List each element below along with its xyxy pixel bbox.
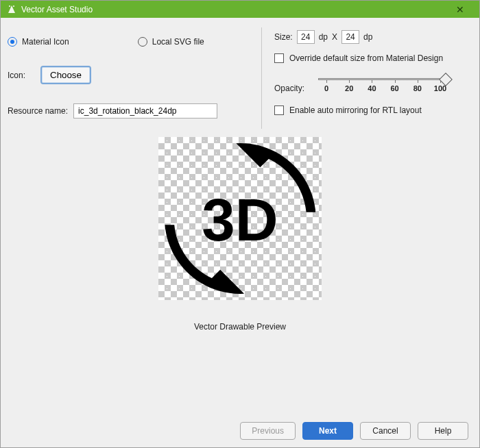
next-button[interactable]: Next bbox=[302, 422, 353, 440]
size-sep: X bbox=[332, 32, 337, 42]
preview-canvas: 3D bbox=[158, 137, 322, 300]
cancel-button[interactable]: Cancel bbox=[360, 422, 411, 440]
local-svg-radio[interactable]: Local SVG file bbox=[138, 37, 204, 47]
tick-0: 0 bbox=[318, 84, 335, 92]
material-icon-radio[interactable]: Material Icon bbox=[8, 37, 69, 47]
size-height-input[interactable]: 24 bbox=[341, 30, 359, 44]
tick-80: 80 bbox=[409, 84, 426, 92]
material-icon-radio-label: Material Icon bbox=[22, 37, 69, 47]
3d-rotation-icon: 3D bbox=[165, 143, 315, 294]
previous-button: Previous bbox=[240, 422, 296, 440]
radio-dot-icon bbox=[8, 37, 17, 47]
size-row: Size: 24 dp X 24 dp bbox=[274, 30, 472, 44]
rtl-mirror-label: Enable auto mirroring for RTL layout bbox=[289, 105, 422, 115]
svg-text:3D: 3D bbox=[202, 186, 278, 253]
size-label: Size: bbox=[274, 32, 293, 42]
resource-name-label: Resource name: bbox=[8, 106, 68, 116]
size-unit-dp2: dp bbox=[363, 32, 372, 42]
override-size-label: Override default size from Material Desi… bbox=[289, 53, 443, 63]
slider-track bbox=[318, 78, 448, 80]
tick-20: 20 bbox=[341, 84, 357, 92]
override-size-checkbox[interactable] bbox=[274, 53, 284, 63]
radio-dot-icon bbox=[138, 37, 147, 47]
titlebar: Vector Asset Studio ✕ bbox=[1, 1, 479, 18]
window-title: Vector Asset Studio bbox=[21, 5, 446, 14]
preview-caption: Vector Drawable Preview bbox=[194, 322, 286, 332]
rtl-mirror-checkbox[interactable] bbox=[274, 105, 284, 115]
icon-label: Icon: bbox=[8, 71, 35, 80]
slider-ticks: 0 20 40 60 80 100 bbox=[318, 84, 448, 92]
opacity-slider[interactable]: 0 20 40 60 80 100 bbox=[318, 77, 448, 92]
opacity-label: Opacity: bbox=[274, 77, 304, 93]
resource-name-input[interactable] bbox=[73, 103, 217, 119]
svg-point-1 bbox=[13, 5, 14, 7]
source-type-group: Material Icon Local SVG file bbox=[8, 27, 254, 66]
local-svg-radio-label: Local SVG file bbox=[152, 37, 204, 47]
tick-40: 40 bbox=[363, 84, 380, 92]
svg-point-0 bbox=[9, 5, 10, 7]
tick-100: 100 bbox=[432, 84, 448, 92]
help-button[interactable]: Help bbox=[418, 422, 468, 440]
choose-icon-button[interactable]: Choose bbox=[40, 66, 91, 84]
wizard-footer: Previous Next Cancel Help bbox=[240, 422, 468, 440]
close-icon[interactable]: ✕ bbox=[446, 1, 474, 18]
size-width-input[interactable]: 24 bbox=[297, 30, 315, 44]
tick-60: 60 bbox=[387, 84, 403, 92]
app-logo-icon bbox=[6, 4, 17, 15]
size-unit-dp: dp bbox=[319, 32, 328, 42]
